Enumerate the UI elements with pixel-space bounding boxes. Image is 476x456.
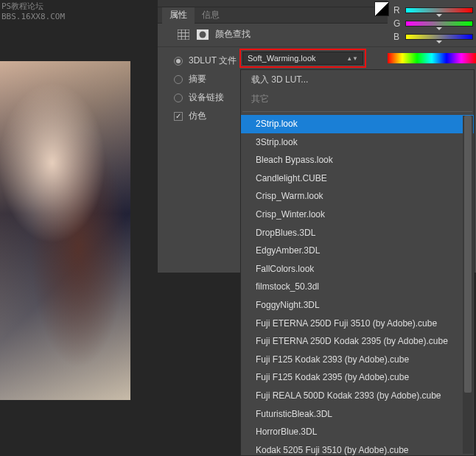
listbox-load-item[interactable]: 载入 3D LUT... (241, 70, 474, 90)
radio-abstract[interactable] (174, 75, 183, 84)
list-item[interactable]: DropBlues.3DL (241, 224, 474, 242)
b-label: B (393, 32, 401, 42)
panel-title: 颜色查找 (215, 28, 251, 41)
foreground-background-swatch[interactable] (374, 1, 389, 16)
list-item[interactable]: Fuji F125 Kodak 2393 (by Adobe).cube (241, 351, 474, 369)
svg-point-6 (200, 31, 206, 38)
list-item[interactable]: FuturisticBleak.3DL (241, 405, 474, 424)
watermark: PS教程论坛 BBS.16XX8.COM (1, 1, 65, 23)
checkbox-dither[interactable]: ✓ (174, 112, 183, 121)
tab-properties[interactable]: 属性 (162, 7, 195, 24)
list-item[interactable]: FallColors.look (241, 260, 474, 278)
listbox-scrollbar[interactable] (463, 116, 473, 454)
g-slider[interactable] (405, 21, 473, 27)
listbox-other-label: 其它 (241, 90, 474, 108)
list-item[interactable]: Fuji REALA 500D Kodak 2393 (by Adobe).cu… (241, 387, 474, 405)
list-item[interactable]: Crisp_Warm.look (241, 187, 474, 206)
lut-dropdown[interactable]: Soft_Warming.look ▲▼ (242, 52, 363, 65)
list-item[interactable]: Fuji F125 Kodak 2395 (by Adobe).cube (241, 368, 474, 387)
list-item[interactable]: HorrorBlue.3DL (241, 423, 474, 441)
scrollbar-thumb[interactable] (464, 116, 472, 393)
listbox-separator (242, 111, 472, 112)
r-label: R (393, 5, 401, 15)
list-item[interactable]: Crisp_Winter.look (241, 206, 474, 224)
label-abstract: 摘要 (189, 73, 206, 85)
list-item[interactable]: 3Strip.look (241, 133, 474, 152)
label-dither: 仿色 (189, 110, 206, 122)
grid-icon (177, 29, 190, 41)
chevron-updown-icon: ▲▼ (346, 55, 358, 62)
label-3dlut: 3DLUT 文件 (189, 55, 237, 67)
label-devicelink: 设备链接 (189, 91, 224, 104)
lut-dropdown-value: Soft_Warming.look (248, 54, 316, 63)
list-item[interactable]: Kodak 5205 Fuji 3510 (by Adobe).cube (241, 441, 474, 456)
lut-listbox: 载入 3D LUT... 其它 2Strip.look3Strip.lookBl… (240, 69, 475, 456)
mask-icon (196, 29, 209, 41)
r-slider[interactable] (405, 7, 473, 13)
radio-3dlut[interactable] (174, 57, 183, 66)
list-item[interactable]: Fuji ETERNA 250D Fuji 3510 (by Adobe).cu… (241, 315, 474, 333)
list-item[interactable]: EdgyAmber.3DL (241, 242, 474, 260)
list-item[interactable]: Fuji ETERNA 250D Kodak 2395 (by Adobe).c… (241, 332, 474, 351)
g-label: G (393, 18, 401, 29)
canvas-photo[interactable] (0, 61, 130, 400)
color-panel: R G B (388, 0, 476, 44)
hue-strip[interactable] (388, 53, 476, 63)
radio-devicelink[interactable] (174, 94, 183, 102)
list-item[interactable]: filmstock_50.3dl (241, 278, 474, 296)
dropdown-highlight: Soft_Warming.look ▲▼ (239, 49, 366, 68)
svg-rect-0 (178, 29, 189, 40)
b-slider[interactable] (405, 34, 473, 40)
tab-info[interactable]: 信息 (195, 7, 227, 24)
list-item[interactable]: FoggyNight.3DL (241, 296, 474, 315)
list-item[interactable]: 2Strip.look (241, 115, 474, 133)
list-item[interactable]: Candlelight.CUBE (241, 169, 474, 188)
list-item[interactable]: Bleach Bypass.look (241, 151, 474, 169)
